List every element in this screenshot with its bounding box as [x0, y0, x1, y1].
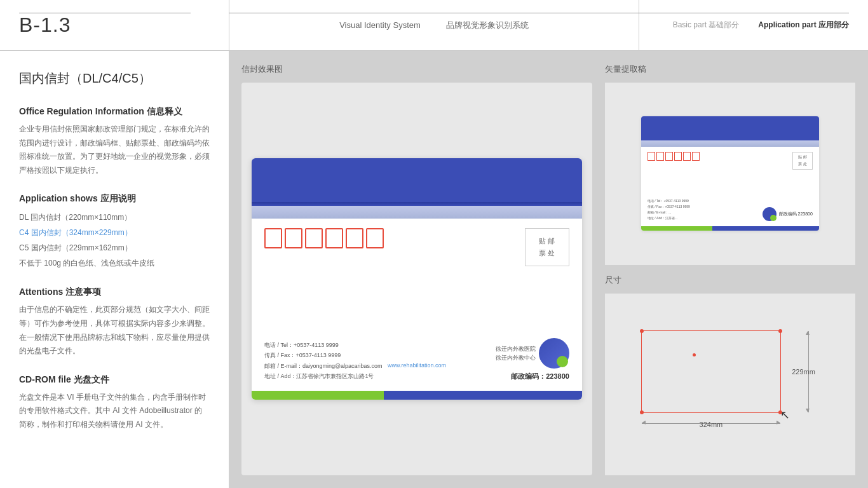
envelope-logo-area: 徐迁内外教医院 徐迁内外教中心 邮政编码：223800 [496, 338, 569, 381]
main-content: 信封效果图 [229, 51, 868, 488]
dl-spec: DL 国内信封（220mm×110mm） [19, 210, 210, 225]
postal-box-1 [264, 228, 282, 248]
app-shows-list: DL 国内信封（220mm×110mm） C4 国内信封（324mm×229mm… [19, 210, 210, 271]
logo-text2: 徐迁内外教中心 [496, 353, 536, 362]
office-reg-heading: Office Regulation Information 信息释义 [19, 106, 210, 118]
contact-fax: 传真 / Fax：+0537-4113 9999 [264, 350, 383, 360]
attentions-body: 由于信息的不确定性，此页部分规范（如文字大小、间距等）可作为参考使用，具体可根据… [19, 303, 210, 358]
envelope-middle-band [252, 206, 582, 219]
mini-env-mid [641, 140, 819, 147]
dim-rectangle: 229mm 324mm ↖ [641, 330, 781, 413]
header-top-line [19, 13, 191, 13]
postal-box-5 [346, 228, 363, 248]
mini-postal-box-5 [683, 152, 691, 161]
mini-stamp: 贴 邮 票 处 [792, 152, 813, 170]
dim-arrow-bottom-left [642, 421, 646, 424]
envelope-contact: 电话 / Tel：+0537-4113 9999 传真 / Fax：+0537-… [264, 340, 383, 381]
mini-stamp-line2: 票 处 [798, 161, 807, 167]
logo-group: 徐迁内外教医院 徐迁内外教中心 [496, 338, 569, 369]
mini-band-blue [712, 226, 819, 231]
stamp-line1: 贴 邮 [539, 236, 555, 246]
bottom-band-green [252, 391, 384, 400]
dim-cursor-icon: ↖ [780, 408, 790, 422]
header-right: Basic part 基础部分 Application part 应用部分 [639, 0, 868, 50]
postal-box-6 [366, 228, 384, 248]
mini-postal-box-3 [665, 152, 673, 161]
stamp-area: 贴 邮 票 处 [525, 228, 569, 266]
attentions-section: Attentions 注意事项 由于信息的不确定性，此页部分规范（如文字大小、间… [19, 287, 210, 358]
envelope-body: 贴 邮 票 处 电话 / Tel：+0537-4113 9999 传真 / Fa… [252, 219, 582, 391]
vis-title-cn: 品牌视觉形象识别系统 [446, 20, 529, 31]
stamp-text: 贴 邮 票 处 [539, 236, 555, 258]
envelope-website: www.rehabilitation.com [388, 362, 446, 369]
header-center: Visual Identity System 品牌视觉形象识别系统 [229, 0, 639, 50]
mini-env-bottom-row: 电话 / Tel：+0537-4113 9999 传真 / Fax：+0537-… [648, 198, 813, 221]
vector-preview: 贴 邮 票 处 电话 / Tel：+0537-4113 9999 传真 / Fa… [605, 83, 855, 265]
contact-email: 邮箱 / E-mail：daiyongming@alpacaribas.com [264, 361, 383, 371]
mini-envelope: 贴 邮 票 处 电话 / Tel：+0537-4113 9999 传真 / Fa… [641, 116, 819, 231]
left-panel: 国内信封（DL/C4/C5） Office Regulation Informa… [0, 51, 229, 488]
dim-dot-tl [640, 329, 644, 333]
postal-code-bottom: 邮政编码：223800 [511, 372, 569, 381]
mini-logo-block: 邮政编码 223800 [763, 207, 813, 221]
envelope-wrapper: 贴 邮 票 处 电话 / Tel：+0537-4113 9999 传真 / Fa… [241, 83, 592, 475]
envelope-area-label: 信封效果图 [241, 64, 592, 75]
mini-env-body: 贴 邮 票 处 电话 / Tel：+0537-4113 9999 传真 / Fa… [641, 147, 819, 226]
vis-title-en: Visual Identity System [339, 20, 421, 30]
postal-box-3 [305, 228, 323, 248]
c5-spec: C5 国内信封（229mm×162mm） [19, 240, 210, 255]
dim-height-label: 229mm [792, 368, 815, 376]
header-left: B-1.3 [0, 13, 229, 37]
mini-postal-box-6 [692, 152, 700, 161]
dim-inner-dot [693, 353, 696, 356]
logo-text: 徐迁内外教医院 徐迁内外教中心 [496, 344, 536, 363]
mini-env-top [641, 116, 819, 140]
nav-basic: Basic part 基础部分 [673, 20, 740, 30]
mini-postal-box-1 [648, 152, 655, 161]
material-spec: 不低于 100g 的白色纸、浅色纸或牛皮纸 [19, 255, 210, 271]
envelope-bottom: 电话 / Tel：+0537-4113 9999 传真 / Fax：+0537-… [264, 332, 569, 381]
mini-env-band [641, 226, 819, 231]
bottom-band-blue [384, 391, 582, 400]
right-panels: 矢量提取稿 贴 [605, 64, 855, 475]
mini-postal-box-2 [656, 152, 664, 161]
dimension-area: 尺寸 229mm [605, 274, 855, 476]
c4-spec: C4 国内信封（324mm×229mm） [19, 225, 210, 240]
mini-postal-box-4 [674, 152, 682, 161]
mini-band-green [641, 226, 712, 231]
dimension-area-label: 尺寸 [605, 274, 855, 286]
header: B-1.3 Visual Identity System 品牌视觉形象识别系统 … [0, 0, 868, 51]
app-shows-section: Application shows 应用说明 DL 国内信封（220mm×110… [19, 193, 210, 271]
mini-stamp-line1: 贴 邮 [798, 154, 807, 160]
envelope-top-band [252, 158, 582, 206]
postal-box-4 [325, 228, 343, 248]
dim-dot-bl [640, 410, 644, 414]
dim-width-label: 324mm [700, 421, 723, 428]
envelope-top-row: 贴 邮 票 处 [264, 228, 569, 266]
mini-contact: 电话 / Tel：+0537-4113 9999 传真 / Fax：+0537-… [648, 198, 690, 221]
office-reg-section: Office Regulation Information 信息释义 企业专用信… [19, 106, 210, 177]
stamp-line2: 票 处 [539, 248, 555, 258]
cdrom-heading: CD-ROM file 光盘文件 [19, 374, 210, 386]
cdrom-section: CD-ROM file 光盘文件 光盘文件是本 VI 手册电子文件的集合，内含手… [19, 374, 210, 432]
envelope-area: 信封效果图 [241, 64, 592, 475]
postal-code-boxes [264, 228, 384, 248]
dim-arrow-right-top [806, 331, 810, 335]
attentions-heading: Attentions 注意事项 [19, 287, 210, 298]
logo-circle [539, 338, 569, 369]
contact-tel: 电话 / Tel：+0537-4113 9999 [264, 340, 383, 350]
dim-arrow-right-bottom [806, 409, 810, 412]
mini-postal-boxes [648, 152, 700, 161]
mini-logo-circle [763, 207, 776, 221]
mini-postal-bottom: 邮政编码 223800 [779, 211, 813, 217]
app-shows-heading: Application shows 应用说明 [19, 193, 210, 205]
logo-text1: 徐迁内外教医院 [496, 344, 536, 353]
envelope-bottom-band [252, 391, 582, 400]
envelope: 贴 邮 票 处 电话 / Tel：+0537-4113 9999 传真 / Fa… [252, 158, 582, 400]
dim-dot-tr [778, 329, 782, 333]
header-right-line [639, 13, 849, 13]
logo-inner-circle [557, 356, 568, 367]
header-center-line [229, 13, 639, 13]
cdrom-body: 光盘文件是本 VI 手册电子文件的集合，内含手册制作时的专用软件格式文件。其中 … [19, 391, 210, 432]
nav-application: Application part 应用部分 [758, 20, 849, 30]
